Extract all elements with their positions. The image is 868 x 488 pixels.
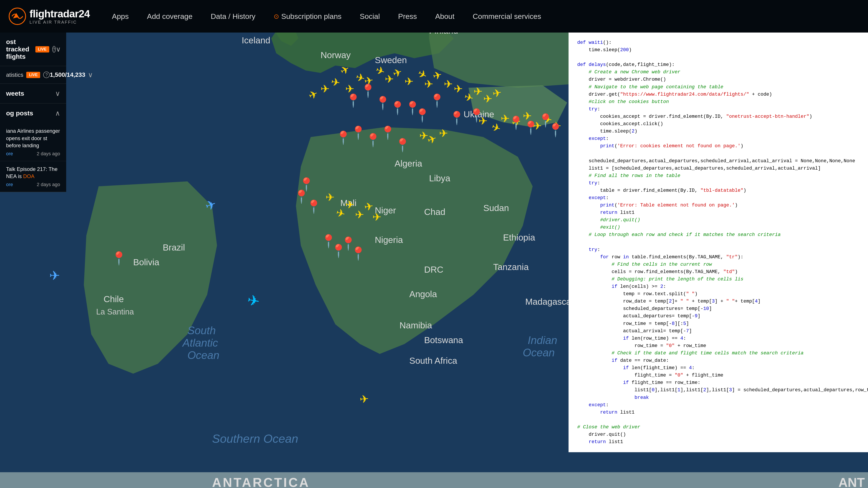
tweets-header[interactable]: weets ∨ bbox=[0, 84, 66, 103]
logo[interactable]: flightradar24 LIVE AIR TRAFFIC bbox=[9, 8, 90, 25]
svg-text:Brazil: Brazil bbox=[163, 242, 185, 253]
tracked-flights-badge: LIVE bbox=[35, 46, 49, 53]
nav-item-add-coverage[interactable]: Add coverage bbox=[138, 0, 202, 33]
navbar: flightradar24 LIVE AIR TRAFFIC Apps Add … bbox=[0, 0, 868, 33]
svg-text:📍: 📍 bbox=[350, 125, 366, 140]
svg-text:South: South bbox=[187, 324, 216, 336]
blog-posts-title: og posts bbox=[6, 109, 33, 117]
svg-text:Norway: Norway bbox=[320, 50, 351, 60]
svg-text:📍: 📍 bbox=[365, 132, 381, 148]
statistics-chevron[interactable]: ∨ bbox=[88, 71, 93, 79]
svg-text:Angola: Angola bbox=[409, 289, 437, 299]
blog-posts-header[interactable]: og posts ∧ bbox=[0, 103, 66, 123]
svg-text:📍: 📍 bbox=[414, 108, 430, 123]
blog-item-1-highlight: DOA bbox=[23, 173, 34, 179]
blog-item-0-more[interactable]: ore bbox=[6, 151, 13, 157]
svg-text:✈: ✈ bbox=[454, 83, 463, 95]
nav-item-press[interactable]: Press bbox=[389, 0, 426, 33]
svg-text:Ethiopia: Ethiopia bbox=[503, 232, 535, 242]
svg-text:✈: ✈ bbox=[359, 393, 369, 405]
svg-text:South Africa: South Africa bbox=[409, 356, 457, 366]
blog-item-0: iana Airlines passenger opens exit door … bbox=[0, 123, 66, 161]
statistics-badge: LIVE bbox=[26, 72, 40, 78]
svg-text:📍: 📍 bbox=[335, 130, 351, 145]
svg-text:Ocean: Ocean bbox=[523, 347, 555, 359]
svg-text:Bolivia: Bolivia bbox=[133, 257, 159, 267]
svg-text:✈: ✈ bbox=[424, 78, 433, 90]
blog-item-1-date: 2 days ago bbox=[37, 182, 60, 187]
svg-text:✈: ✈ bbox=[307, 88, 320, 102]
blog-item-1: Talk Episode 217: The NEA is DOA ore 2 d… bbox=[0, 161, 66, 192]
svg-text:ANTARCTICA: ANTARCTICA bbox=[212, 476, 310, 488]
svg-text:Sudan: Sudan bbox=[483, 203, 509, 213]
svg-text:📍: 📍 bbox=[299, 177, 314, 192]
nav-item-apps[interactable]: Apps bbox=[103, 0, 138, 33]
svg-text:Indian: Indian bbox=[528, 334, 557, 346]
svg-text:📍: 📍 bbox=[390, 100, 406, 116]
svg-text:Libya: Libya bbox=[429, 173, 450, 183]
code-content: def waiti(): time.sleep(200) def delays(… bbox=[568, 33, 868, 452]
svg-text:📍: 📍 bbox=[523, 120, 539, 135]
nav-items: Apps Add coverage Data / History ⊙ Subsc… bbox=[103, 0, 859, 33]
svg-text:✈: ✈ bbox=[404, 75, 413, 88]
svg-text:📍: 📍 bbox=[360, 83, 376, 98]
blog-item-1-more[interactable]: ore bbox=[6, 182, 13, 187]
svg-text:📍: 📍 bbox=[449, 110, 465, 126]
nav-item-subscription[interactable]: ⊙ Subscription plans bbox=[265, 0, 351, 33]
svg-text:✈: ✈ bbox=[345, 199, 354, 211]
svg-text:Namibia: Namibia bbox=[400, 320, 432, 330]
nav-item-commercial[interactable]: Commercial services bbox=[464, 0, 550, 33]
subscription-icon: ⊙ bbox=[274, 12, 279, 20]
statistics-row: atistics LIVE ? 1,500/14,233 ∨ bbox=[0, 66, 66, 84]
svg-text:DRC: DRC bbox=[424, 265, 443, 274]
svg-text:✈: ✈ bbox=[444, 78, 453, 90]
svg-text:📍: 📍 bbox=[306, 199, 322, 214]
svg-text:✈: ✈ bbox=[473, 86, 483, 98]
svg-text:✈: ✈ bbox=[326, 191, 335, 203]
statistics-info[interactable]: ? bbox=[43, 72, 50, 78]
svg-text:✈: ✈ bbox=[49, 268, 60, 283]
svg-text:📍: 📍 bbox=[468, 108, 485, 123]
svg-text:📍: 📍 bbox=[350, 246, 366, 261]
svg-text:✈: ✈ bbox=[345, 83, 354, 95]
svg-text:📍: 📍 bbox=[429, 93, 445, 108]
svg-text:✈: ✈ bbox=[385, 73, 394, 85]
svg-text:Ocean: Ocean bbox=[187, 349, 219, 361]
blog-item-0-title: iana Airlines passenger opens exit door … bbox=[6, 127, 60, 149]
sidebar: ost tracked flights LIVE ? ∨ atistics LI… bbox=[0, 33, 66, 192]
tracked-flights-info[interactable]: ? bbox=[52, 46, 56, 53]
blog-item-0-date: 2 days ago bbox=[37, 151, 60, 157]
svg-text:Botswana: Botswana bbox=[424, 335, 463, 345]
svg-text:📍: 📍 bbox=[508, 115, 524, 130]
svg-text:📍: 📍 bbox=[380, 125, 396, 140]
blog-posts-section: og posts ∧ iana Airlines passenger opens… bbox=[0, 103, 66, 192]
brand-name: flightradar24 bbox=[30, 8, 90, 20]
logo-icon bbox=[9, 8, 26, 25]
svg-text:Algeria: Algeria bbox=[395, 159, 422, 168]
tweets-chevron[interactable]: ∨ bbox=[55, 89, 60, 98]
svg-text:Madagascar: Madagascar bbox=[525, 297, 574, 307]
svg-text:✈: ✈ bbox=[523, 110, 532, 122]
svg-text:📍: 📍 bbox=[548, 123, 563, 138]
svg-text:La Santina: La Santina bbox=[96, 307, 134, 316]
svg-text:✈: ✈ bbox=[483, 93, 492, 105]
svg-text:Tanzania: Tanzania bbox=[493, 262, 529, 272]
code-panel: def waiti(): time.sleep(200) def delays(… bbox=[568, 33, 868, 452]
tweets-title: weets bbox=[6, 90, 24, 97]
svg-text:✈: ✈ bbox=[439, 127, 448, 139]
tracked-flights-chevron[interactable]: ∨ bbox=[56, 45, 61, 53]
tracked-flights-header[interactable]: ost tracked flights LIVE ? ∨ bbox=[0, 33, 66, 66]
svg-text:ANT: ANT bbox=[838, 476, 865, 488]
svg-text:✈: ✈ bbox=[320, 83, 330, 95]
blog-posts-chevron[interactable]: ∧ bbox=[55, 109, 60, 117]
svg-text:Sweden: Sweden bbox=[375, 55, 407, 65]
svg-text:✈: ✈ bbox=[330, 76, 341, 89]
nav-item-data-history[interactable]: Data / History bbox=[202, 0, 265, 33]
svg-text:✈: ✈ bbox=[246, 291, 261, 310]
svg-text:📍: 📍 bbox=[375, 95, 391, 110]
nav-item-social[interactable]: Social bbox=[351, 0, 389, 33]
tweets-section: weets ∨ bbox=[0, 84, 66, 103]
statistics-label: atistics bbox=[6, 72, 23, 78]
statistics-value: 1,500/14,233 bbox=[50, 71, 85, 78]
nav-item-about[interactable]: About bbox=[426, 0, 464, 33]
